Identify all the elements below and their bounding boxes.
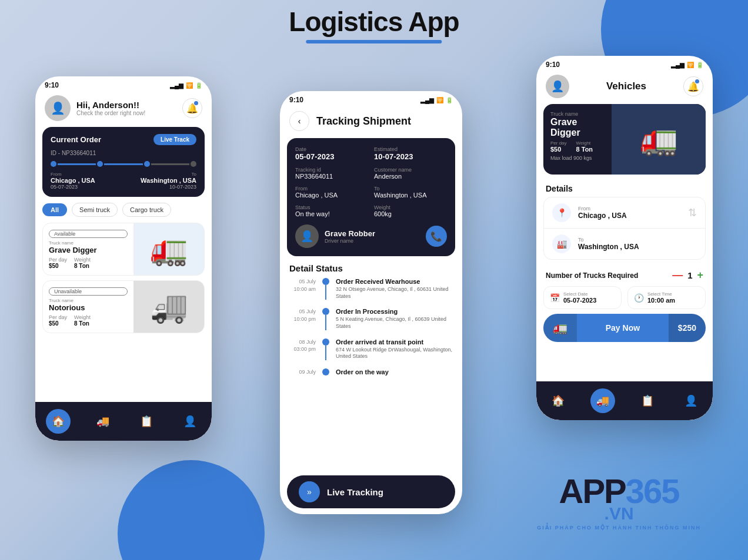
tl-dot-1: [322, 278, 329, 285]
truck-2-name: Notorious: [49, 303, 128, 312]
p3-nav-list[interactable]: 📋: [636, 390, 659, 412]
truck-2-perday: $50: [49, 320, 67, 327]
nav-list[interactable]: 📋: [135, 410, 158, 432]
shipment-status: Status On the way!: [295, 204, 368, 217]
from-location: From Chicago , USA 05-07-2023: [51, 172, 95, 190]
to-value-p3: Washington , USA: [578, 243, 639, 251]
detail-status-title: Detail Status: [280, 256, 462, 278]
tl-content-1: Order Received Wearhouse 32 N Otsego Ave…: [336, 278, 453, 300]
tl-date-1: 05 July 10:00 am: [289, 278, 316, 300]
wifi-icon-2: 🛜: [436, 97, 443, 103]
route-to: 🏭 To Washington , USA: [544, 228, 705, 259]
p3-nav-home[interactable]: 🏠: [547, 390, 569, 412]
wifi-icon: 🛜: [186, 82, 193, 89]
nav-delivery[interactable]: 🚚: [92, 410, 114, 432]
call-button[interactable]: 📞: [426, 226, 447, 247]
nav-profile[interactable]: 👤: [179, 410, 201, 432]
live-track-button[interactable]: Live Track: [153, 134, 196, 145]
time-field[interactable]: 🕐 Select Time 10:00 am: [627, 286, 706, 309]
to-label: To: [374, 186, 447, 192]
tl-dot-line-3: [322, 338, 330, 360]
tl-line-2: [325, 315, 326, 330]
bell-icon-1[interactable]: 🔔: [182, 98, 202, 118]
tl-line-3: [325, 346, 326, 360]
phone-2-tracking: 9:10 ▂▄▆ 🛜 🔋 ‹ Tracking Shipment Date 05…: [280, 91, 462, 514]
status-bar-3: 9:10 ▂▄▆ 🛜 🔋: [536, 56, 713, 71]
back-button[interactable]: ‹: [289, 111, 309, 131]
p3-nav-delivery-active[interactable]: 🚚: [590, 388, 615, 413]
tl-dot-2: [322, 308, 329, 315]
vc-perday: Per day $50: [550, 140, 567, 153]
pay-now-button[interactable]: 🚛 Pay Now $250: [543, 314, 706, 342]
vc-maxload: Max load 900 kgs: [550, 155, 605, 161]
time-field-label: Select Time: [647, 291, 675, 297]
shipment-to: To Washington , USA: [374, 186, 447, 199]
tl-content-2: Order In Processing 5 N Keating Avenue, …: [336, 308, 453, 330]
card-header: Current Order Live Track: [51, 134, 196, 145]
from-value: Chicago , USA: [295, 192, 368, 199]
app365-tagline: GIẢI PHÁP CHO MỘT HÀNH TINH THÔNG MINH: [537, 525, 701, 531]
date-field[interactable]: 📅 Select Date 05-07-2023: [543, 286, 622, 309]
tracking-id-label: Tracking id: [295, 167, 368, 173]
status-icons-3: ▂▄▆ 🛜 🔋: [671, 62, 703, 68]
p2-header: ‹ Tracking Shipment: [280, 106, 462, 138]
shipment-weight: Weight 600kg: [374, 204, 447, 217]
page-title-area: Logistics App: [289, 6, 459, 43]
route-to-icon: 🏭: [552, 234, 571, 253]
tl-address-1: 32 N Otsego Avenue, Chicago, Il , 60631 …: [336, 286, 453, 300]
driver-row: 👤 Grave Robber Driver name 📞: [295, 224, 447, 248]
progress-line-1: [58, 163, 96, 165]
tracking-id-field: Tracking id NP33664011: [295, 167, 368, 180]
truck-1-weight-label: Weight: [74, 257, 91, 263]
p3-bottom-nav: 🏠 🚚 📋 👤: [536, 381, 713, 420]
notification-dot-3: [695, 79, 699, 83]
qty-minus-button[interactable]: —: [672, 269, 683, 281]
calendar-icon: 📅: [550, 293, 560, 303]
from-date: 05-07-2023: [51, 184, 95, 190]
p1-bottom-nav: 🏠 🚚 📋 👤: [35, 402, 212, 441]
tl-content-4: Order on the way: [336, 368, 389, 377]
truck-card-2[interactable]: Unavailable Truck name Notorious Per day…: [42, 280, 205, 333]
progress-line-2: [104, 163, 142, 165]
driver-name: Grave Robber: [325, 229, 420, 238]
qty-plus-button[interactable]: +: [697, 269, 703, 281]
from-to: From Chicago , USA 05-07-2023 To Washing…: [51, 172, 196, 190]
live-tracking-bar[interactable]: » Live Tracking: [287, 475, 455, 508]
progress-dot-3: [144, 161, 150, 167]
timeline-item-1: 05 July 10:00 am Order Received Wearhous…: [289, 278, 453, 300]
tl-event-3: Order arrived at transit point: [336, 338, 453, 346]
shipment-grid: Date 05-07-2023 Estimated 10-07-2023 Tra…: [295, 146, 447, 217]
to-date: 10-07-2023: [141, 184, 196, 190]
live-track-icon: »: [299, 481, 320, 502]
pay-btn-label: Pay Now: [577, 323, 669, 333]
tl-content-3: Order arrived at transit point 674 W Loo…: [336, 338, 453, 360]
to-location: To Washington , USA 10-07-2023: [141, 172, 196, 190]
greeting: Hii, Anderson!! Check the order right no…: [76, 100, 182, 116]
vc-weight: Weight 8 Ton: [576, 140, 593, 153]
tl-date-3: 08 July 03:00 pm: [289, 338, 316, 360]
time-field-content: Select Time 10:00 am: [647, 291, 675, 304]
bell-icon-3[interactable]: 🔔: [683, 76, 703, 96]
signal-icon-3: ▂▄▆: [671, 62, 684, 68]
tl-date-4: 09 July: [289, 368, 316, 377]
truck-card-2-info: Unavailable Truck name Notorious Per day…: [43, 281, 133, 333]
from-value-p3: Chicago , USA: [578, 212, 627, 220]
p3-route: 📍 From Chicago , USA ⇅ 🏭 To Washington ,…: [543, 197, 706, 260]
filter-all[interactable]: All: [42, 203, 67, 216]
swap-icon[interactable]: ⇅: [688, 206, 697, 219]
p2-title: Tracking Shipment: [316, 115, 411, 128]
p3-nav-profile[interactable]: 👤: [680, 390, 702, 412]
nav-home-active[interactable]: 🏠: [46, 409, 71, 434]
filter-cargo[interactable]: Cargo truck: [122, 203, 171, 217]
date-label: Date: [295, 146, 368, 152]
from-city: Chicago , USA: [51, 177, 95, 184]
live-track-label: Live Tracking: [327, 487, 383, 497]
truck-card-1[interactable]: Available Truck name Grave Digger Per da…: [42, 223, 205, 276]
status-label: Status: [295, 204, 368, 210]
status-icons-1: ▂▄▆ 🛜 🔋: [170, 82, 202, 89]
vehicle-card-left: Truck name Grave Digger Per day $50 Weig…: [543, 104, 612, 175]
truck-1-status: Available: [49, 230, 128, 238]
filter-semi[interactable]: Semi truck: [72, 203, 118, 217]
estimated-value: 10-07-2023: [374, 152, 447, 161]
truck-card-1-info: Available Truck name Grave Digger Per da…: [43, 223, 133, 275]
